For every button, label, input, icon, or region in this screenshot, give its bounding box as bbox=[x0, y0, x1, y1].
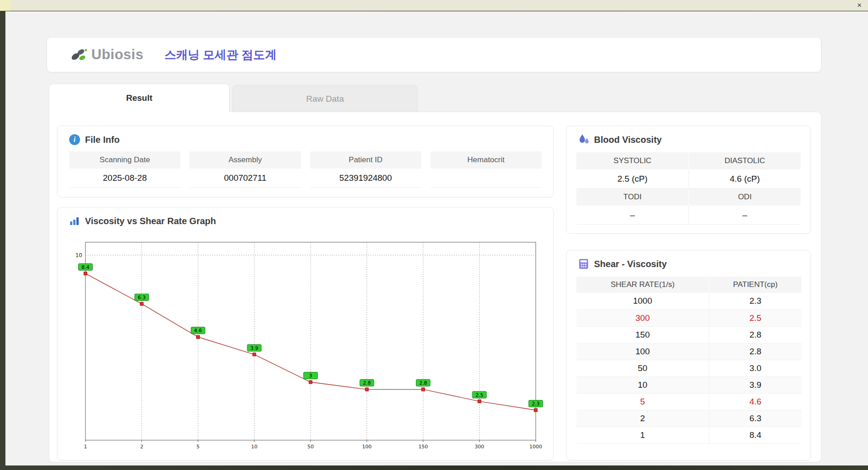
shear-header-cell: PATIENT(cp) bbox=[709, 277, 802, 293]
ubiosis-logo: Ubiosis bbox=[70, 47, 143, 63]
x-axis-label: 5 bbox=[197, 444, 200, 450]
shear-header-cell: SHEAR RATE(1/s) bbox=[576, 277, 709, 293]
shear-patient-cell: 8.4 bbox=[709, 427, 802, 443]
bv-header-cell: DIASTOLIC bbox=[689, 152, 801, 169]
file-info-title: File Info bbox=[57, 126, 553, 145]
blood-viscosity-grid: SYSTOLICDIASTOLIC2.5 (cP)4.6 (cP)TODIODI… bbox=[576, 152, 801, 225]
x-axis-label: 100 bbox=[362, 444, 372, 450]
data-point-marker bbox=[534, 409, 538, 412]
shear-rate-cell: 2 bbox=[576, 410, 709, 427]
data-point-label: 8.4 bbox=[81, 264, 90, 270]
shear-patient-cell: 4.6 bbox=[709, 393, 802, 410]
data-point-label: 3.9 bbox=[250, 345, 259, 351]
data-point-marker bbox=[365, 388, 368, 391]
shear-rate-cell: 1 bbox=[576, 427, 709, 443]
bv-value-cell: – bbox=[576, 206, 689, 225]
shear-patient-cell: 2.3 bbox=[709, 293, 802, 310]
close-icon[interactable]: × bbox=[855, 0, 863, 10]
field-label: Hematocrit bbox=[430, 151, 542, 169]
x-axis-label: 50 bbox=[307, 444, 314, 450]
leaf-icon bbox=[70, 47, 88, 63]
blood-viscosity-card: Blood Viscosity SYSTOLICDIASTOLIC2.5 (cP… bbox=[566, 126, 811, 234]
card-title-text: Shear - Viscosity bbox=[594, 259, 667, 269]
card-title-text: Blood Viscosity bbox=[594, 135, 662, 145]
x-axis-label: 1 bbox=[84, 444, 87, 450]
shear-rate-cell: 300 bbox=[576, 310, 709, 326]
info-icon bbox=[69, 134, 80, 145]
blood-viscosity-title: Blood Viscosity bbox=[566, 126, 811, 145]
data-point-marker bbox=[140, 302, 143, 306]
y-axis-label: 10 bbox=[75, 252, 82, 258]
bv-value-cell: – bbox=[689, 206, 801, 225]
data-point-marker bbox=[309, 381, 312, 384]
shear-row: 10002.3 bbox=[576, 293, 802, 310]
x-axis-label: 1000 bbox=[529, 444, 542, 450]
shear-rate-cell: 150 bbox=[576, 326, 709, 343]
shear-row: 26.3 bbox=[576, 410, 802, 427]
graph-card: Viscosity vs Shear Rate Graph 1012510501… bbox=[57, 207, 554, 461]
shear-row: 503.0 bbox=[576, 360, 802, 376]
file-info-field: Patient ID52391924800 bbox=[310, 151, 421, 188]
shear-row: 3002.5 bbox=[576, 310, 802, 326]
shear-patient-cell: 3.0 bbox=[709, 360, 802, 376]
data-point-label: 2.8 bbox=[419, 380, 427, 386]
shear-patient-cell: 3.9 bbox=[709, 376, 802, 393]
shear-patient-cell: 6.3 bbox=[709, 410, 802, 427]
data-point-label: 3 bbox=[309, 373, 312, 379]
brand-text: Ubiosis bbox=[91, 47, 143, 63]
shear-row: 54.6 bbox=[576, 393, 802, 410]
tab-raw-data[interactable]: Raw Data bbox=[232, 85, 418, 112]
viscosity-shear-chart: 10125105010015030010008.46.34.63.932.82.… bbox=[63, 234, 547, 456]
bar-chart-icon bbox=[69, 216, 80, 226]
shear-viscosity-title: Shear - Viscosity bbox=[566, 250, 811, 269]
data-point-label: 2.8 bbox=[363, 380, 371, 386]
shear-row: 1502.8 bbox=[576, 326, 802, 343]
card-title-text: Viscosity vs Shear Rate Graph bbox=[85, 216, 216, 226]
data-point-label: 4.6 bbox=[194, 328, 202, 334]
file-info-field: Assembly000702711 bbox=[189, 151, 301, 188]
shear-rate-cell: 10 bbox=[576, 376, 709, 393]
shear-rate-cell: 50 bbox=[576, 360, 709, 376]
shear-row: 103.9 bbox=[576, 376, 802, 393]
field-label: Scanning Date bbox=[69, 151, 180, 169]
shear-rate-cell: 100 bbox=[576, 343, 709, 360]
file-info-card: File Info Scanning Date2025-08-28Assembl… bbox=[57, 126, 554, 197]
data-point-label: 6.3 bbox=[138, 295, 146, 301]
shear-patient-cell: 2.5 bbox=[709, 310, 802, 326]
shear-patient-cell: 2.8 bbox=[709, 343, 802, 360]
window-titlebar: × bbox=[0, 0, 868, 11]
bv-header-cell: ODI bbox=[689, 188, 801, 206]
titlebar-accent bbox=[0, 0, 11, 11]
bv-value-cell: 2.5 (cP) bbox=[576, 169, 689, 188]
shear-rate-cell: 5 bbox=[576, 393, 709, 410]
data-point-label: 2.3 bbox=[532, 401, 540, 407]
field-label: Assembly bbox=[189, 151, 301, 169]
data-point-marker bbox=[253, 353, 256, 356]
main-panel: File Info Scanning Date2025-08-28Assembl… bbox=[49, 112, 821, 462]
x-axis-label: 150 bbox=[419, 444, 428, 450]
field-value: 52391924800 bbox=[310, 169, 421, 188]
data-point-marker bbox=[422, 388, 425, 391]
water-drops-icon bbox=[578, 134, 589, 146]
card-title-text: File Info bbox=[85, 135, 120, 145]
shear-row: 1002.8 bbox=[576, 343, 802, 360]
shear-patient-cell: 2.8 bbox=[709, 326, 802, 343]
data-point-marker bbox=[197, 335, 200, 338]
field-value bbox=[430, 169, 542, 188]
shear-header-row: SHEAR RATE(1/s)PATIENT(cp) bbox=[576, 277, 802, 293]
field-value: 2025-08-28 bbox=[69, 169, 180, 188]
file-info-field: Hematocrit bbox=[430, 151, 542, 188]
x-axis-label: 2 bbox=[140, 444, 143, 450]
field-label: Patient ID bbox=[310, 151, 421, 169]
x-axis-label: 300 bbox=[475, 444, 484, 450]
shear-viscosity-table: SHEAR RATE(1/s)PATIENT(cp)10002.33002.51… bbox=[576, 277, 802, 444]
data-point-marker bbox=[84, 272, 87, 275]
calculator-icon bbox=[578, 258, 589, 269]
tab-result[interactable]: Result bbox=[49, 84, 230, 112]
graph-title: Viscosity vs Shear Rate Graph bbox=[57, 207, 553, 226]
shear-row: 18.4 bbox=[576, 427, 802, 443]
file-info-fields: Scanning Date2025-08-28Assembly000702711… bbox=[69, 151, 542, 188]
shear-rate-cell: 1000 bbox=[576, 293, 709, 310]
bv-value-cell: 4.6 (cP) bbox=[689, 169, 801, 188]
app-title: 스캐닝 모세관 점도계 bbox=[164, 47, 276, 63]
